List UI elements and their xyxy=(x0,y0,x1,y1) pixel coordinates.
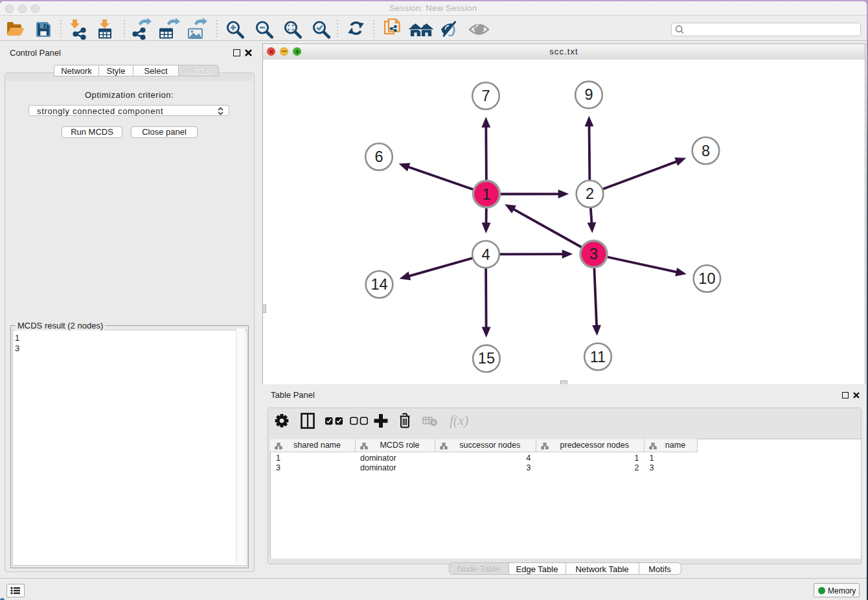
svg-text:1: 1 xyxy=(482,186,490,203)
svg-text:14: 14 xyxy=(371,276,387,293)
svg-text:10: 10 xyxy=(698,270,715,287)
svg-text:f(x): f(x) xyxy=(450,413,468,428)
svg-text:15: 15 xyxy=(478,350,495,367)
svg-text:4: 4 xyxy=(481,246,490,263)
svg-text:2: 2 xyxy=(586,185,594,202)
svg-text:7: 7 xyxy=(481,87,490,104)
svg-text:9: 9 xyxy=(584,86,593,103)
svg-text:6: 6 xyxy=(374,148,383,165)
svg-text:3: 3 xyxy=(589,246,598,262)
svg-text:11: 11 xyxy=(590,349,606,365)
svg-text:8: 8 xyxy=(702,143,710,159)
